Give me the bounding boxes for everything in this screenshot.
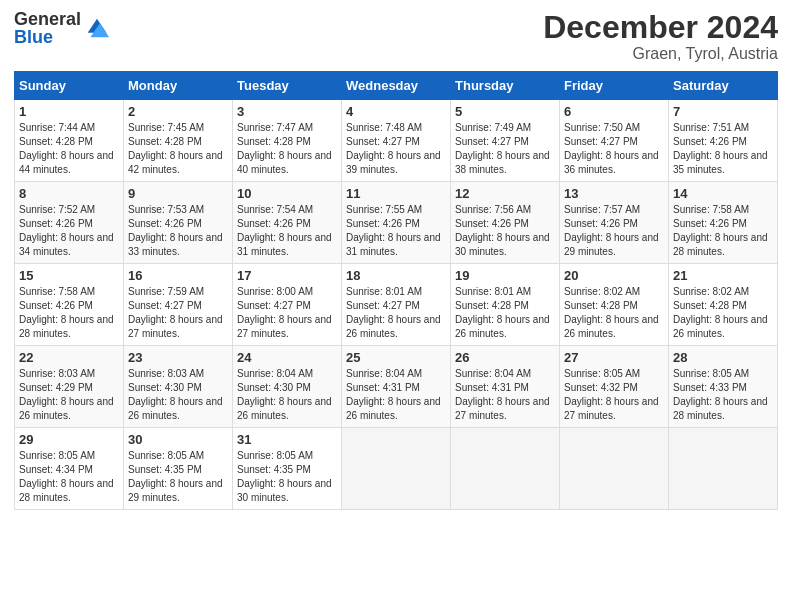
calendar-cell: 20Sunrise: 8:02 AMSunset: 4:28 PMDayligh… [560,264,669,346]
day-info: Sunrise: 7:58 AMSunset: 4:26 PMDaylight:… [673,204,768,257]
day-number: 13 [564,186,664,201]
day-info: Sunrise: 8:01 AMSunset: 4:28 PMDaylight:… [455,286,550,339]
logo-icon [83,14,111,42]
calendar-cell: 18Sunrise: 8:01 AMSunset: 4:27 PMDayligh… [342,264,451,346]
calendar-cell: 19Sunrise: 8:01 AMSunset: 4:28 PMDayligh… [451,264,560,346]
day-info: Sunrise: 8:02 AMSunset: 4:28 PMDaylight:… [673,286,768,339]
calendar-cell: 5Sunrise: 7:49 AMSunset: 4:27 PMDaylight… [451,100,560,182]
day-number: 6 [564,104,664,119]
day-info: Sunrise: 8:05 AMSunset: 4:33 PMDaylight:… [673,368,768,421]
calendar-cell [342,428,451,510]
calendar-cell: 26Sunrise: 8:04 AMSunset: 4:31 PMDayligh… [451,346,560,428]
day-info: Sunrise: 7:47 AMSunset: 4:28 PMDaylight:… [237,122,332,175]
day-number: 15 [19,268,119,283]
calendar-cell: 11Sunrise: 7:55 AMSunset: 4:26 PMDayligh… [342,182,451,264]
day-number: 11 [346,186,446,201]
day-info: Sunrise: 8:05 AMSunset: 4:32 PMDaylight:… [564,368,659,421]
day-number: 24 [237,350,337,365]
day-number: 18 [346,268,446,283]
calendar-cell: 10Sunrise: 7:54 AMSunset: 4:26 PMDayligh… [233,182,342,264]
calendar-cell: 13Sunrise: 7:57 AMSunset: 4:26 PMDayligh… [560,182,669,264]
calendar-cell: 30Sunrise: 8:05 AMSunset: 4:35 PMDayligh… [124,428,233,510]
day-number: 2 [128,104,228,119]
day-number: 3 [237,104,337,119]
calendar-cell: 21Sunrise: 8:02 AMSunset: 4:28 PMDayligh… [669,264,778,346]
calendar-cell: 15Sunrise: 7:58 AMSunset: 4:26 PMDayligh… [15,264,124,346]
day-number: 23 [128,350,228,365]
calendar-cell: 3Sunrise: 7:47 AMSunset: 4:28 PMDaylight… [233,100,342,182]
page-title: December 2024 [543,10,778,45]
calendar-cell: 28Sunrise: 8:05 AMSunset: 4:33 PMDayligh… [669,346,778,428]
calendar-cell [451,428,560,510]
calendar-cell: 1Sunrise: 7:44 AMSunset: 4:28 PMDaylight… [15,100,124,182]
day-info: Sunrise: 7:58 AMSunset: 4:26 PMDaylight:… [19,286,114,339]
calendar-week-row: 8Sunrise: 7:52 AMSunset: 4:26 PMDaylight… [15,182,778,264]
calendar-cell [560,428,669,510]
day-info: Sunrise: 7:57 AMSunset: 4:26 PMDaylight:… [564,204,659,257]
calendar-week-row: 22Sunrise: 8:03 AMSunset: 4:29 PMDayligh… [15,346,778,428]
day-number: 25 [346,350,446,365]
calendar-table: Sunday Monday Tuesday Wednesday Thursday… [14,71,778,510]
day-info: Sunrise: 8:01 AMSunset: 4:27 PMDaylight:… [346,286,441,339]
day-info: Sunrise: 8:05 AMSunset: 4:34 PMDaylight:… [19,450,114,503]
col-friday: Friday [560,72,669,100]
day-number: 17 [237,268,337,283]
col-tuesday: Tuesday [233,72,342,100]
day-number: 1 [19,104,119,119]
col-sunday: Sunday [15,72,124,100]
calendar-cell: 31Sunrise: 8:05 AMSunset: 4:35 PMDayligh… [233,428,342,510]
calendar-cell: 6Sunrise: 7:50 AMSunset: 4:27 PMDaylight… [560,100,669,182]
day-number: 19 [455,268,555,283]
col-thursday: Thursday [451,72,560,100]
logo: GeneralBlue [14,10,111,46]
col-saturday: Saturday [669,72,778,100]
day-info: Sunrise: 8:00 AMSunset: 4:27 PMDaylight:… [237,286,332,339]
day-info: Sunrise: 8:02 AMSunset: 4:28 PMDaylight:… [564,286,659,339]
day-info: Sunrise: 8:03 AMSunset: 4:30 PMDaylight:… [128,368,223,421]
calendar-cell: 22Sunrise: 8:03 AMSunset: 4:29 PMDayligh… [15,346,124,428]
title-block: December 2024 Graen, Tyrol, Austria [543,10,778,63]
day-info: Sunrise: 7:49 AMSunset: 4:27 PMDaylight:… [455,122,550,175]
day-info: Sunrise: 7:45 AMSunset: 4:28 PMDaylight:… [128,122,223,175]
calendar-week-row: 15Sunrise: 7:58 AMSunset: 4:26 PMDayligh… [15,264,778,346]
day-info: Sunrise: 7:50 AMSunset: 4:27 PMDaylight:… [564,122,659,175]
calendar-cell: 2Sunrise: 7:45 AMSunset: 4:28 PMDaylight… [124,100,233,182]
day-info: Sunrise: 7:52 AMSunset: 4:26 PMDaylight:… [19,204,114,257]
day-info: Sunrise: 7:59 AMSunset: 4:27 PMDaylight:… [128,286,223,339]
calendar-week-row: 29Sunrise: 8:05 AMSunset: 4:34 PMDayligh… [15,428,778,510]
day-number: 9 [128,186,228,201]
col-wednesday: Wednesday [342,72,451,100]
day-number: 5 [455,104,555,119]
day-info: Sunrise: 7:44 AMSunset: 4:28 PMDaylight:… [19,122,114,175]
day-info: Sunrise: 7:51 AMSunset: 4:26 PMDaylight:… [673,122,768,175]
day-info: Sunrise: 7:54 AMSunset: 4:26 PMDaylight:… [237,204,332,257]
day-number: 4 [346,104,446,119]
calendar-cell [669,428,778,510]
day-number: 22 [19,350,119,365]
day-info: Sunrise: 7:53 AMSunset: 4:26 PMDaylight:… [128,204,223,257]
day-number: 7 [673,104,773,119]
calendar-cell: 7Sunrise: 7:51 AMSunset: 4:26 PMDaylight… [669,100,778,182]
day-info: Sunrise: 8:04 AMSunset: 4:31 PMDaylight:… [455,368,550,421]
day-info: Sunrise: 7:55 AMSunset: 4:26 PMDaylight:… [346,204,441,257]
day-info: Sunrise: 7:48 AMSunset: 4:27 PMDaylight:… [346,122,441,175]
day-number: 16 [128,268,228,283]
day-number: 27 [564,350,664,365]
calendar-cell: 14Sunrise: 7:58 AMSunset: 4:26 PMDayligh… [669,182,778,264]
day-number: 8 [19,186,119,201]
calendar-cell: 17Sunrise: 8:00 AMSunset: 4:27 PMDayligh… [233,264,342,346]
day-number: 12 [455,186,555,201]
calendar-cell: 8Sunrise: 7:52 AMSunset: 4:26 PMDaylight… [15,182,124,264]
day-number: 14 [673,186,773,201]
day-number: 21 [673,268,773,283]
day-info: Sunrise: 8:04 AMSunset: 4:31 PMDaylight:… [346,368,441,421]
day-number: 20 [564,268,664,283]
day-number: 26 [455,350,555,365]
day-info: Sunrise: 8:05 AMSunset: 4:35 PMDaylight:… [128,450,223,503]
calendar-cell: 12Sunrise: 7:56 AMSunset: 4:26 PMDayligh… [451,182,560,264]
calendar-cell: 29Sunrise: 8:05 AMSunset: 4:34 PMDayligh… [15,428,124,510]
page-container: GeneralBlue December 2024 Graen, Tyrol, … [0,0,792,520]
calendar-cell: 25Sunrise: 8:04 AMSunset: 4:31 PMDayligh… [342,346,451,428]
day-number: 31 [237,432,337,447]
day-info: Sunrise: 8:04 AMSunset: 4:30 PMDaylight:… [237,368,332,421]
